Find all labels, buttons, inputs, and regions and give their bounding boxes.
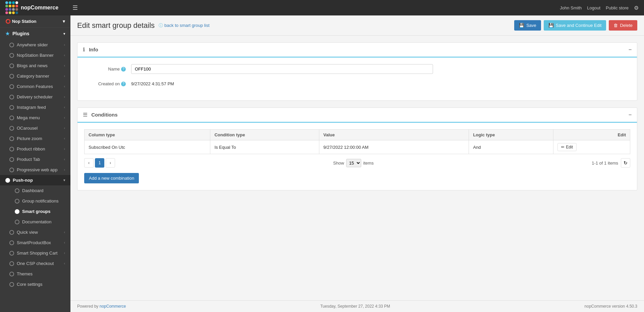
sidebar-item-one-csp-checkout[interactable]: One CSP checkout ‹ bbox=[0, 258, 70, 269]
sidebar-item-product-tab[interactable]: Product Tab ‹ bbox=[0, 154, 70, 165]
back-link[interactable]: ⓘ back to smart group list bbox=[159, 23, 209, 29]
page-title: Edit smart group details bbox=[77, 21, 155, 30]
cell-logic-type: And bbox=[469, 140, 553, 154]
edit-row-button[interactable]: ✏ Edit bbox=[557, 143, 577, 151]
show-select[interactable]: 15 25 50 bbox=[346, 159, 361, 167]
sidebar-item-progressive-web-app[interactable]: Progressive web app ‹ bbox=[0, 165, 70, 175]
circle-icon bbox=[15, 188, 19, 193]
sidebar-label: Product ribbon bbox=[17, 146, 45, 151]
circle-icon bbox=[15, 220, 19, 224]
logo-dot bbox=[15, 11, 18, 14]
created-on-label: Created on ? bbox=[84, 81, 131, 86]
arrow-icon: ‹ bbox=[64, 53, 65, 57]
logout-link[interactable]: Logout bbox=[587, 5, 600, 10]
add-combination-button[interactable]: Add a new combination bbox=[84, 173, 139, 183]
sidebar-item-blogs-news[interactable]: Blogs and news ‹ bbox=[0, 60, 70, 71]
arrow-icon: ‹ bbox=[64, 147, 65, 151]
content-area: ℹ Info − Name ? bbox=[70, 36, 644, 300]
arrow-icon: ‹ bbox=[64, 230, 65, 234]
star-icon: ★ bbox=[5, 31, 10, 36]
layout: ⭕ Nop Station ▾ ★ Plugins ▾ Anywhere sli… bbox=[0, 15, 644, 312]
cell-condition-type: Is Equal To bbox=[210, 140, 319, 154]
items-count: 1-1 of 1 items bbox=[592, 161, 618, 166]
sidebar-item-smart-shopping-cart[interactable]: Smart Shopping Cart ‹ bbox=[0, 248, 70, 258]
arrow-icon: ‹ bbox=[64, 43, 65, 47]
arrow-icon: ‹ bbox=[64, 95, 65, 99]
delete-button[interactable]: 🗑 Delete bbox=[609, 20, 637, 31]
sidebar-item-delivery-scheduler[interactable]: Delivery scheduler ‹ bbox=[0, 92, 70, 102]
sidebar-item-mega-menu[interactable]: Mega menu ‹ bbox=[0, 113, 70, 123]
circle-icon bbox=[9, 63, 14, 68]
arrow-icon: ‹ bbox=[64, 251, 65, 255]
circle-icon bbox=[9, 105, 14, 110]
sidebar-label: Instagram feed bbox=[17, 105, 46, 110]
name-input[interactable] bbox=[131, 64, 433, 74]
cell-value: 9/27/2022 12:00:00 AM bbox=[319, 140, 469, 154]
user-name: John Smith bbox=[560, 5, 582, 10]
footer-nopcommerce-link[interactable]: nopCommerce bbox=[100, 304, 126, 309]
sidebar-item-core-settings[interactable]: Core settings bbox=[0, 279, 70, 289]
circle-icon bbox=[9, 168, 14, 172]
page-1-button[interactable]: 1 bbox=[95, 158, 104, 168]
circle-icon bbox=[15, 199, 19, 204]
next-page-button[interactable]: › bbox=[106, 158, 115, 168]
sidebar-item-anywhere-slider[interactable]: Anywhere slider ‹ bbox=[0, 40, 70, 50]
page-header-left: Edit smart group details ⓘ back to smart… bbox=[77, 21, 210, 30]
sidebar-item-push-nop[interactable]: Push-nop ▾ bbox=[0, 175, 70, 185]
sidebar-item-instagram-feed[interactable]: Instagram feed ‹ bbox=[0, 102, 70, 113]
sidebar-item-themes[interactable]: Themes bbox=[0, 269, 70, 279]
logo-dot bbox=[9, 5, 11, 7]
chevron-down-icon: ▾ bbox=[63, 178, 65, 182]
created-on-value: 9/27/2022 4:31:57 PM bbox=[131, 79, 630, 88]
arrow-icon: ‹ bbox=[64, 85, 65, 88]
sidebar-item-picture-zoom[interactable]: Picture zoom ‹ bbox=[0, 133, 70, 144]
conditions-card: ☰ Conditions − Column type Condition typ… bbox=[77, 107, 637, 190]
refresh-button[interactable]: ↻ bbox=[621, 158, 630, 168]
name-row: Name ? bbox=[84, 64, 630, 74]
info-card-header: ℹ Info − bbox=[77, 43, 637, 57]
sidebar-label: OCarousel bbox=[17, 126, 38, 131]
logo-dot bbox=[15, 5, 18, 7]
sidebar-item-smart-groups[interactable]: Smart groups bbox=[0, 206, 70, 217]
sidebar-label: NopStation Banner bbox=[17, 53, 54, 58]
sidebar-item-product-ribbon[interactable]: Product ribbon ‹ bbox=[0, 144, 70, 154]
sidebar-item-common-features[interactable]: Common Features ‹ bbox=[0, 81, 70, 92]
settings-icon[interactable]: ⚙ bbox=[634, 5, 639, 11]
sidebar-plugins-header[interactable]: ★ Plugins ▾ bbox=[0, 28, 70, 40]
hamburger-icon[interactable]: ☰ bbox=[72, 4, 78, 11]
logo: nopCommerce bbox=[5, 1, 72, 14]
sidebar-item-nopstation-banner[interactable]: NopStation Banner ‹ bbox=[0, 50, 70, 60]
circle-icon bbox=[9, 136, 14, 141]
name-help-icon[interactable]: ? bbox=[121, 67, 126, 72]
sidebar-item-smart-product-box[interactable]: SmartProductBox ‹ bbox=[0, 237, 70, 248]
conditions-card-body: Column type Condition type Value Logic t… bbox=[77, 123, 637, 190]
sidebar-label: Push-nop bbox=[13, 178, 33, 183]
save-continue-button[interactable]: 💾 Save and Continue Edit bbox=[544, 20, 606, 31]
save-button[interactable]: 💾 Save bbox=[514, 20, 541, 31]
sidebar-item-dashboard[interactable]: Dashboard bbox=[0, 185, 70, 196]
sidebar: ⭕ Nop Station ▾ ★ Plugins ▾ Anywhere sli… bbox=[0, 15, 70, 312]
sidebar-item-documentation[interactable]: Documentation bbox=[0, 217, 70, 227]
created-on-help-icon[interactable]: ? bbox=[121, 82, 126, 86]
logo-dot bbox=[12, 11, 15, 14]
sidebar-station-header[interactable]: ⭕ Nop Station ▾ bbox=[0, 15, 70, 28]
prev-page-button[interactable]: ‹ bbox=[84, 158, 94, 168]
items-label: items bbox=[363, 161, 374, 166]
sidebar-label: Smart Shopping Cart bbox=[17, 251, 57, 256]
footer-version: nopCommerce version 4.50.3 bbox=[585, 304, 637, 309]
sidebar-label: Blogs and news bbox=[17, 63, 48, 68]
sidebar-item-ocarousel[interactable]: OCarousel ‹ bbox=[0, 123, 70, 133]
logo-dot bbox=[15, 1, 18, 4]
top-nav-right: John Smith Logout Public store ⚙ bbox=[560, 5, 639, 11]
sidebar-item-group-notifications[interactable]: Group notifications bbox=[0, 196, 70, 206]
sidebar-item-quick-view[interactable]: Quick view ‹ bbox=[0, 227, 70, 237]
main-content: Edit smart group details ⓘ back to smart… bbox=[70, 15, 644, 312]
public-store-link[interactable]: Public store bbox=[606, 5, 629, 10]
sidebar-label: SmartProductBox bbox=[17, 240, 51, 245]
top-nav: nopCommerce ☰ John Smith Logout Public s… bbox=[0, 0, 644, 15]
sidebar-item-category-banner[interactable]: Category banner ‹ bbox=[0, 71, 70, 81]
collapse-icon[interactable]: − bbox=[629, 47, 632, 53]
circle-icon bbox=[9, 43, 14, 47]
conditions-collapse-icon[interactable]: − bbox=[629, 112, 632, 118]
page-header: Edit smart group details ⓘ back to smart… bbox=[70, 15, 644, 36]
